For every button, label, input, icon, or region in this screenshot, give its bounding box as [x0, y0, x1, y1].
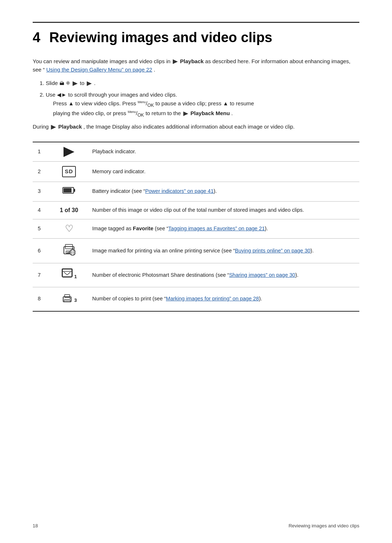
top-border — [33, 22, 359, 23]
row-desc-1: Playback indicator. — [87, 142, 359, 162]
row-icon-6 — [51, 239, 87, 263]
step2b-return: to return to the — [146, 110, 183, 116]
svg-point-24 — [70, 297, 71, 299]
row-num-8: 8 — [33, 287, 51, 311]
intro-text-3: . — [154, 66, 155, 73]
menu-ok-icon-2: Menu — [128, 110, 136, 114]
marking-images-link[interactable]: Marking images for printing” on page 28 — [166, 296, 259, 301]
table-row: 3 Battery indicator (see “Power indicato… — [33, 182, 359, 201]
row-icon-4: 1 of 30 — [51, 201, 87, 219]
row-desc-7: Number of electronic Photosmart Share de… — [87, 263, 359, 287]
svg-rect-1 — [74, 189, 75, 192]
row-icon-2: SD — [51, 162, 87, 182]
playback-label: Playback — [180, 58, 204, 64]
step1-period: . — [94, 80, 95, 86]
row-desc-4: Number of this image or video clip out o… — [87, 201, 359, 219]
copy-count: 3 — [74, 297, 77, 304]
battery-icon — [62, 186, 75, 194]
playback-icon-step1b — [87, 81, 92, 86]
step-1: Slide 🏔 ⁜ to . — [46, 79, 359, 88]
playback-icon-during — [51, 125, 56, 130]
playback-menu-label: Playback Menu — [191, 110, 230, 116]
playback-icon-step1 — [73, 81, 78, 86]
table-row: 2 SD Memory card indicator. — [33, 162, 359, 182]
svg-rect-2 — [64, 188, 72, 193]
row-num-2: 2 — [33, 162, 51, 182]
row-icon-8: 3 — [51, 287, 87, 311]
footer-chapter-label: Reviewing images and video clips — [289, 523, 359, 528]
row-desc-2: Memory card indicator. — [87, 162, 359, 182]
svg-rect-19 — [62, 269, 72, 277]
step-2: Use ◀► to scroll through your images and… — [46, 90, 359, 119]
playback-during-label: Playback — [58, 123, 82, 130]
table-row: 1 Playback indicator. — [33, 142, 359, 162]
step2-text: Use ◀► to scroll through your images and… — [46, 92, 177, 98]
share-count: 1 — [74, 273, 77, 280]
step2b-playing: playing the video clip, or press — [53, 110, 128, 116]
chapter-number: 4 — [33, 30, 40, 45]
step1-icons: ⁜ — [66, 80, 72, 86]
row-num-3: 3 — [33, 182, 51, 201]
step2-detail: Press ▲ to view video clips. Press Menu/… — [53, 99, 359, 119]
table-row: 5 ♡ Image tagged as Favorite (see “Taggi… — [33, 219, 359, 239]
table-row: 8 3 Number of — [33, 287, 359, 311]
row-num-4: 4 — [33, 201, 51, 219]
gallery-menu-link[interactable]: Using the Design Gallery Menu” on page 2… — [46, 66, 152, 73]
online-print-icon — [62, 243, 75, 256]
ok-sub-1: OK — [147, 103, 154, 108]
power-indicators-link[interactable]: Power indicators” on page 41 — [145, 188, 214, 194]
menu-ok-icon-1: Menu — [138, 100, 146, 104]
share-icon-wrapper: 1 — [61, 268, 77, 280]
copy-icon-svg — [61, 292, 73, 304]
during-text: During — [33, 123, 50, 130]
row-icon-5: ♡ — [51, 219, 87, 239]
row-icon-1 — [51, 142, 87, 162]
counter-label: 1 of 30 — [60, 207, 78, 213]
during-rest: , the Image Display also indicates addit… — [83, 123, 295, 130]
page-number: 18 — [33, 523, 38, 528]
table-row: 6 — [33, 239, 359, 263]
during-paragraph: During Playback , the Image Display also… — [33, 122, 359, 131]
step2b-period: . — [231, 110, 233, 116]
copy-icon-wrapper: 3 — [61, 292, 77, 304]
camera-icon-inline: 🏔 — [60, 80, 64, 88]
sharing-images-link[interactable]: Sharing images” on page 30 — [229, 272, 295, 278]
row-icon-7: 1 — [51, 263, 87, 287]
playback-icon-menu — [183, 112, 188, 116]
svg-line-18 — [67, 272, 70, 275]
favorite-bold: Favorite — [133, 226, 153, 231]
row-desc-5: Image tagged as Favorite (see “Tagging i… — [87, 219, 359, 239]
indicators-table: 1 Playback indicator. 2 SD Memory card i… — [33, 142, 359, 311]
step2b-press1: Press ▲ to view video clips. Press — [53, 100, 138, 106]
row-num-6: 6 — [33, 239, 51, 263]
intro-text-1: You can review and manipulate images and… — [33, 58, 172, 64]
page-content: 4 Reviewing images and video clips You c… — [0, 0, 392, 341]
table-row: 4 1 of 30 Number of this image or video … — [33, 201, 359, 219]
row-num-1: 1 — [33, 142, 51, 162]
row-desc-8: Number of copies to print (see “Marking … — [87, 287, 359, 311]
step2b-pause: to pause a video clip; press ▲ to resume — [155, 100, 254, 106]
row-icon-3 — [51, 182, 87, 201]
table-row: 7 1 — [33, 263, 359, 287]
intro-paragraph: You can review and manipulate images and… — [33, 57, 359, 74]
share-icon-svg — [61, 268, 73, 280]
step1-to: to — [80, 80, 86, 86]
playback-icon-inline — [173, 59, 178, 64]
chapter-heading: 4 Reviewing images and video clips — [33, 29, 359, 46]
row-num-5: 5 — [33, 219, 51, 239]
steps-list: Slide 🏔 ⁜ to . Use ◀► to scroll through … — [46, 79, 359, 119]
ok-sub-2: OK — [138, 113, 144, 118]
svg-line-17 — [64, 272, 67, 275]
row-desc-3: Battery indicator (see “Power indicators… — [87, 182, 359, 201]
row-num-7: 7 — [33, 263, 51, 287]
step1-slide-text: Slide — [46, 80, 60, 86]
row-desc-6: Image marked for printing via an online … — [87, 239, 359, 263]
tagging-link[interactable]: Tagging images as Favorites” on page 21 — [168, 226, 265, 231]
sd-card-icon: SD — [62, 166, 76, 177]
playback-indicator-icon — [64, 147, 74, 157]
buying-prints-link[interactable]: Buying prints online” on page 30 — [235, 248, 310, 254]
heart-icon: ♡ — [65, 223, 73, 234]
svg-rect-14 — [62, 269, 72, 277]
page-footer: 18 Reviewing images and video clips — [33, 523, 359, 528]
chapter-title: Reviewing images and video clips — [49, 30, 273, 45]
